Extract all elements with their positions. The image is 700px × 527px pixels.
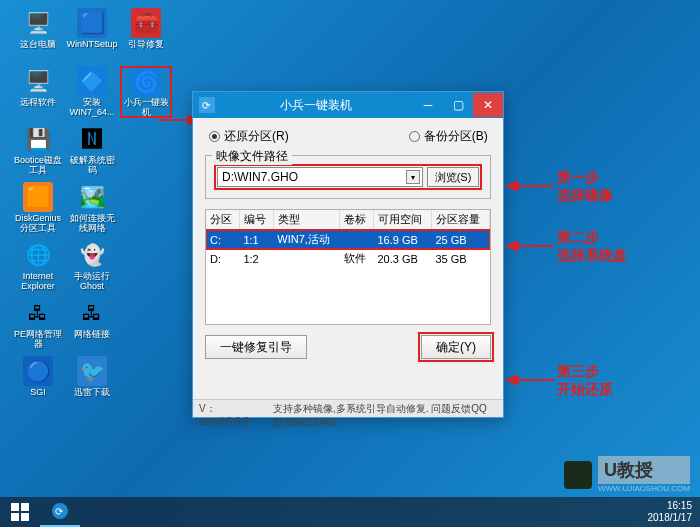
- column-header[interactable]: 类型: [273, 210, 339, 230]
- close-button[interactable]: ✕: [473, 93, 503, 117]
- column-header[interactable]: 分区: [206, 210, 239, 230]
- table-cell: WIN7,活动: [273, 230, 339, 250]
- arrow-step2-icon: [506, 238, 554, 254]
- table-cell: [340, 230, 374, 250]
- backup-radio-label: 备份分区(B): [424, 128, 488, 145]
- dropdown-icon[interactable]: ▾: [406, 170, 420, 184]
- desktop-icon[interactable]: 🌐Internet Explorer: [12, 240, 64, 292]
- desktop-icon[interactable]: 🖥️这台电脑: [12, 8, 64, 60]
- browse-button[interactable]: 浏览(S): [427, 167, 479, 187]
- table-cell: 25 GB: [431, 230, 489, 250]
- fieldset-legend: 映像文件路径: [212, 148, 292, 165]
- desktop-icon-label: PE网络管理器: [12, 330, 64, 350]
- start-button[interactable]: [0, 497, 40, 527]
- status-info: 支持多种镜像,多系统引导自动修复. 问题反馈QQ群:606616468: [273, 402, 497, 415]
- table-cell: 1:1: [239, 230, 273, 250]
- app-icon: 🔷: [77, 66, 107, 96]
- desktop-icon-label: 这台电脑: [20, 40, 56, 50]
- desktop-icon[interactable]: 🧰引导修复: [120, 8, 172, 60]
- arrow-step3-icon: [506, 372, 554, 388]
- column-header[interactable]: 分区容量: [431, 210, 489, 230]
- arrow-step1-icon: [506, 178, 554, 194]
- restore-radio-label: 还原分区(R): [224, 128, 289, 145]
- partition-table: 分区编号类型卷标可用空间分区容量 C:1:1WIN7,活动16.9 GB25 G…: [205, 209, 491, 325]
- desktop-icon[interactable]: 🔷安装WIN7_64...: [66, 66, 118, 118]
- column-header[interactable]: 可用空间: [373, 210, 431, 230]
- desktop-icon-label: 安装WIN7_64...: [66, 98, 118, 118]
- clock-date: 2018/1/17: [648, 512, 693, 524]
- desktop-icon[interactable]: 🖧网络链接: [66, 298, 118, 350]
- taskbar-app-item[interactable]: ⟳: [40, 497, 80, 527]
- status-bar: V：oem4.0.0.0 支持多种镜像,多系统引导自动修复. 问题反馈QQ群:6…: [193, 399, 503, 417]
- desktop-icon[interactable]: 🅽破解系统密码: [66, 124, 118, 176]
- system-tray[interactable]: 16:15 2018/1/17: [648, 500, 701, 524]
- desktop-icon[interactable]: 🖥️远程软件: [12, 66, 64, 118]
- desktop-icon-label: 迅雷下载: [74, 388, 110, 398]
- desktop-icon[interactable]: 🖧PE网络管理器: [12, 298, 64, 350]
- svg-marker-7: [506, 241, 518, 251]
- table-cell: [273, 249, 339, 268]
- restore-radio[interactable]: 还原分区(R): [209, 128, 289, 145]
- desktop-icon[interactable]: 💾Bootice磁盘工具: [12, 124, 64, 176]
- column-header[interactable]: 编号: [239, 210, 273, 230]
- desktop-icon-label: 破解系统密码: [66, 156, 118, 176]
- radio-icon: [209, 131, 220, 142]
- table-cell: 16.9 GB: [373, 230, 431, 250]
- column-header[interactable]: 卷标: [340, 210, 374, 230]
- maximize-button[interactable]: ▢: [443, 93, 473, 117]
- app-icon: 🌀: [131, 68, 161, 96]
- window-title: 小兵一键装机: [219, 97, 413, 114]
- table-row[interactable]: C:1:1WIN7,活动16.9 GB25 GB: [206, 230, 490, 250]
- app-icon: 🟦: [77, 8, 107, 38]
- svg-text:⟳: ⟳: [55, 506, 64, 517]
- desktop-icon-label: Internet Explorer: [12, 272, 64, 292]
- repair-boot-button[interactable]: 一键修复引导: [205, 335, 307, 359]
- svg-marker-5: [506, 181, 518, 191]
- app-icon: 🖥️: [23, 66, 53, 96]
- watermark-badge-icon: [564, 461, 592, 489]
- app-icon: 🖧: [23, 298, 53, 328]
- desktop-icon[interactable]: 👻手动运行Ghost: [66, 240, 118, 292]
- app-icon: 🌐: [23, 240, 53, 270]
- app-icon: ⟳: [199, 97, 215, 113]
- desktop-icon-label: Bootice磁盘工具: [12, 156, 64, 176]
- desktop-icon-label: DiskGenius分区工具: [12, 214, 64, 234]
- desktop-icon[interactable]: 🐦迅雷下载: [66, 356, 118, 408]
- app-icon: 💾: [23, 124, 53, 154]
- annotation-step2: 第二步 选择系统盘: [557, 228, 627, 264]
- app-icon: 🟧: [23, 182, 53, 212]
- ok-button[interactable]: 确定(Y): [421, 335, 491, 359]
- desktop-icon-label: 如何连接无线网络: [66, 214, 118, 234]
- backup-radio[interactable]: 备份分区(B): [409, 128, 488, 145]
- version-label: V：oem4.0.0.0: [199, 402, 253, 415]
- app-icon: 🅽: [77, 124, 107, 154]
- table-cell: 35 GB: [431, 249, 489, 268]
- app-icon: 👻: [77, 240, 107, 270]
- titlebar[interactable]: ⟳ 小兵一键装机 ─ ▢ ✕: [193, 92, 503, 118]
- watermark-url: WWW.UJIAOSHOU.COM: [598, 484, 690, 493]
- svg-rect-11: [21, 503, 29, 511]
- app-window: ⟳ 小兵一键装机 ─ ▢ ✕ 还原分区(R) 备份分区(B) 映像文件路径 D:…: [192, 91, 504, 418]
- desktop-icon[interactable]: 🟧DiskGenius分区工具: [12, 182, 64, 234]
- annotation-step3: 第三步 开始还原: [557, 362, 613, 398]
- app-icon: 🐦: [77, 356, 107, 386]
- table-row[interactable]: D:1:2软件20.3 GB35 GB: [206, 249, 490, 268]
- minimize-button[interactable]: ─: [413, 93, 443, 117]
- image-path-input[interactable]: D:\WIN7.GHO ▾: [217, 167, 423, 187]
- table-cell: D:: [206, 249, 239, 268]
- svg-rect-10: [11, 503, 19, 511]
- taskbar: ⟳ 16:15 2018/1/17: [0, 497, 700, 527]
- desktop-icon[interactable]: 🏞️如何连接无线网络: [66, 182, 118, 234]
- svg-rect-13: [21, 513, 29, 521]
- desktop-icon-label: WinNTSetup: [66, 40, 117, 50]
- app-icon: 🖥️: [23, 8, 53, 38]
- windows-logo-icon: [11, 503, 29, 521]
- desktop-icon[interactable]: 🔵SGI: [12, 356, 64, 408]
- desktop-icon-label: 引导修复: [128, 40, 164, 50]
- clock-time: 16:15: [648, 500, 693, 512]
- desktop-icon[interactable]: 🟦WinNTSetup: [66, 8, 118, 60]
- app-icon: 🏞️: [77, 182, 107, 212]
- watermark-brand: U教授: [598, 456, 690, 484]
- desktop-icon-label: SGI: [30, 388, 46, 398]
- desktop-icon-label: 远程软件: [20, 98, 56, 108]
